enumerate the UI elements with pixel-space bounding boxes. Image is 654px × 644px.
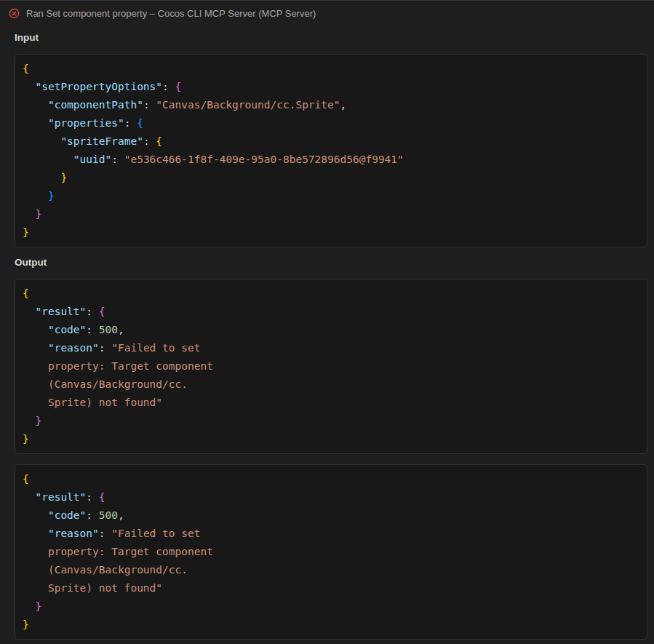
code-line: { (23, 285, 639, 303)
code-line: } (23, 205, 639, 223)
code-line: "spriteFrame": { (23, 132, 639, 151)
input-section-label: Input (15, 32, 647, 43)
code-line: (Canvas/Background/cc. (23, 375, 639, 394)
output-section-label: Output (15, 257, 647, 268)
code-line: "code": 500, (23, 321, 639, 339)
code-line: { (23, 60, 639, 78)
code-line: "result": { (23, 488, 639, 506)
code-line: } (23, 616, 639, 634)
tool-call-body: Input { "setPropertyOptions": { "compone… (0, 32, 654, 640)
code-line: "result": { (23, 303, 639, 321)
code-line: "reason": "Failed to set (23, 339, 639, 357)
code-line: } (23, 412, 639, 430)
code-line: { (23, 470, 639, 488)
code-line: "uuid": "e536c466-1f8f-409e-95a0-8be5728… (23, 151, 639, 169)
code-line: "properties": { (23, 114, 639, 132)
code-line: Sprite) not found" (23, 394, 639, 412)
code-line: } (23, 187, 639, 205)
code-line: "reason": "Failed to set (23, 525, 639, 543)
tool-call-header[interactable]: Ran Set component property – Cocos CLI M… (0, 1, 654, 23)
code-line: } (23, 430, 639, 448)
output-code-block-1: { "result": { "code": 500, "reason": "Fa… (15, 279, 647, 454)
code-line: } (23, 223, 639, 242)
code-line: "code": 500, (23, 506, 639, 525)
code-line: (Canvas/Background/cc. (23, 561, 639, 579)
code-line: property: Target component (23, 543, 639, 561)
code-line: } (23, 169, 639, 187)
code-line: } (23, 597, 639, 616)
code-line: property: Target component (23, 357, 639, 375)
output-code-block-2: { "result": { "code": 500, "reason": "Fa… (15, 464, 647, 640)
input-code-block: { "setPropertyOptions": { "componentPath… (15, 54, 647, 247)
tool-call-title: Ran Set component property – Cocos CLI M… (26, 8, 316, 19)
error-circle-icon (9, 8, 20, 19)
code-line: "componentPath": "Canvas/Background/cc.S… (23, 96, 639, 114)
code-line: Sprite) not found" (23, 579, 639, 597)
code-line: "setPropertyOptions": { (23, 78, 639, 96)
